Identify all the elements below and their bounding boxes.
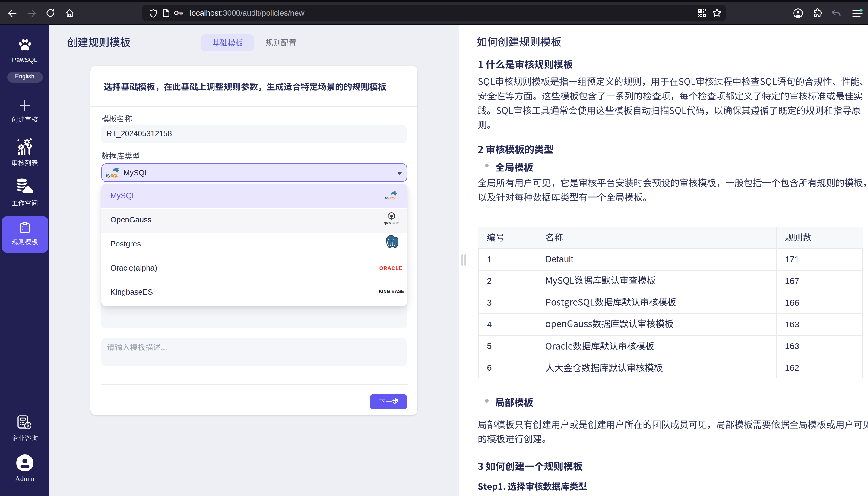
svg-text:MySQL.: MySQL. xyxy=(105,173,119,178)
svg-text:openGauss: openGauss xyxy=(384,221,399,224)
svg-text:MySQL.: MySQL. xyxy=(385,197,397,200)
